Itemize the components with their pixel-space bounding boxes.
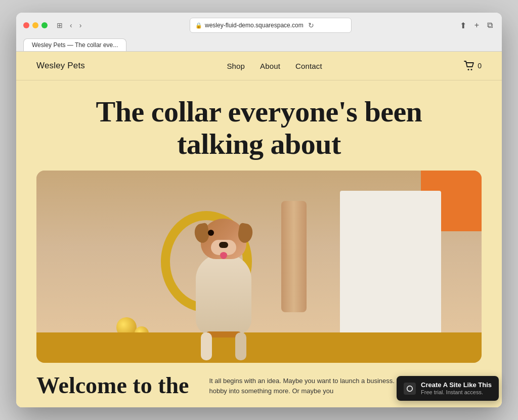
dog-tongue: [220, 252, 227, 259]
cardboard-roll: [281, 201, 307, 312]
traffic-lights: [23, 22, 48, 28]
dog-nose: [219, 242, 228, 248]
new-tab-button[interactable]: +: [472, 20, 481, 31]
dog-head: [201, 219, 246, 259]
floor: [36, 332, 482, 363]
browser-controls: ⊞ ‹ ›: [55, 21, 83, 30]
cart-area[interactable]: 0: [464, 61, 482, 71]
hero-title: The collar everyone's been talking about: [36, 96, 482, 160]
nav-about[interactable]: About: [260, 62, 280, 70]
hero-image: [36, 171, 482, 363]
browser-tab[interactable]: Wesley Pets — The collar eve...: [23, 38, 126, 51]
dog-eye: [208, 230, 214, 236]
nav-contact[interactable]: Contact: [295, 62, 322, 70]
svg-point-1: [471, 69, 472, 70]
maximize-button[interactable]: [41, 22, 48, 28]
dog-leg-right: [235, 332, 246, 360]
back-button[interactable]: ‹: [68, 21, 74, 30]
url-text: wesley-fluid-demo.squarespace.com: [205, 22, 304, 29]
share-button[interactable]: ⬆: [458, 20, 468, 31]
address-bar[interactable]: 🔒 wesley-fluid-demo.squarespace.com ↻: [190, 18, 352, 33]
hero-image-scene: [36, 171, 482, 363]
hero-title-line1: The collar everyone's been: [96, 95, 422, 128]
close-button[interactable]: [23, 22, 29, 28]
site-logo[interactable]: Wesley Pets: [36, 61, 85, 71]
cart-count: 0: [478, 62, 482, 70]
squarespace-badge[interactable]: Create A Site Like This Free trial. Inst…: [397, 376, 499, 401]
site-nav-links: Shop About Contact: [227, 62, 322, 70]
white-panel: [340, 191, 441, 343]
welcome-line: Welcome to the: [36, 372, 189, 398]
browser-tab-bar: Wesley Pets — The collar eve...: [23, 37, 495, 51]
browser-chrome: ⊞ ‹ › 🔒 wesley-fluid-demo.squarespace.co…: [16, 13, 502, 52]
welcome-text: Welcome to the: [36, 373, 189, 402]
website-content: Wesley Pets Shop About Contact 0 The col…: [16, 52, 502, 407]
badge-sub-text: Free trial. Instant access.: [421, 389, 492, 396]
grid-view-button[interactable]: ⊞: [55, 21, 65, 30]
browser-actions: ⬆ + ⧉: [458, 20, 495, 31]
address-bar-wrap: 🔒 wesley-fluid-demo.squarespace.com ↻: [89, 18, 452, 33]
browser-window: ⊞ ‹ › 🔒 wesley-fluid-demo.squarespace.co…: [16, 13, 502, 407]
dog-snout: [211, 240, 236, 255]
dog-body: [196, 254, 251, 335]
browser-top-bar: ⊞ ‹ › 🔒 wesley-fluid-demo.squarespace.co…: [23, 18, 495, 33]
badge-text: Create A Site Like This Free trial. Inst…: [421, 381, 492, 396]
forward-button[interactable]: ›: [77, 21, 84, 30]
dog: [196, 254, 251, 335]
reload-button[interactable]: ↻: [306, 20, 316, 30]
lock-icon: 🔒: [195, 22, 202, 29]
minimize-button[interactable]: [32, 22, 38, 28]
svg-point-0: [468, 69, 469, 70]
hero-section: The collar everyone's been talking about: [16, 80, 502, 171]
badge-main-text: Create A Site Like This: [421, 381, 492, 389]
dog-leg-left: [201, 332, 212, 360]
nav-shop[interactable]: Shop: [227, 62, 245, 70]
site-nav: Wesley Pets Shop About Contact 0: [16, 52, 502, 80]
cart-icon: [464, 61, 475, 71]
squarespace-logo: [404, 383, 416, 395]
hero-title-line2: talking about: [177, 128, 341, 160]
windows-button[interactable]: ⧉: [485, 20, 495, 31]
